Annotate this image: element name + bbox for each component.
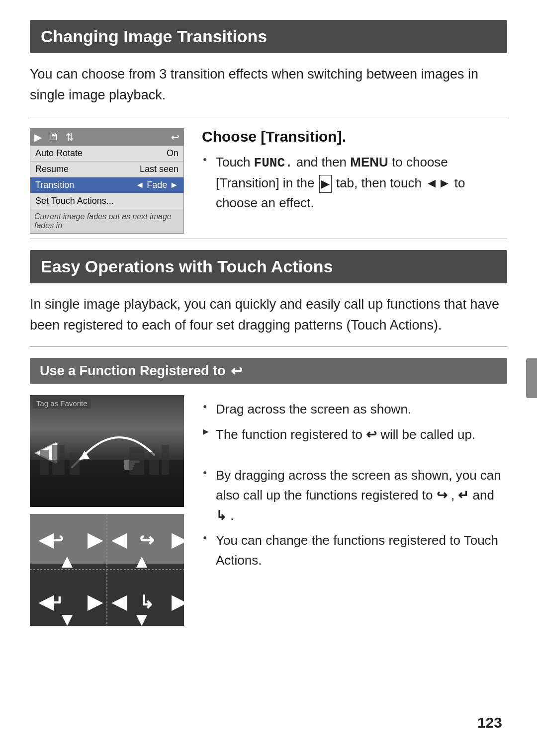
svg-text:◀: ◀ xyxy=(111,591,127,612)
section2-header: Easy Operations with Touch Actions xyxy=(30,250,507,283)
autorotate-value: On xyxy=(167,148,179,159)
svg-text:◀: ◀ xyxy=(38,591,54,612)
touch-bullet4-text: You can change the functions registered … xyxy=(216,533,498,568)
touch-bullet1-text: Drag across the screen as shown. xyxy=(216,402,411,417)
touch-right: Drag across the screen as shown. The fun… xyxy=(202,395,507,626)
tab-print-icon: 🖹 xyxy=(49,131,59,143)
forward-arrow-char: ↪ xyxy=(437,488,448,503)
func-name: FUNC. xyxy=(254,156,293,170)
svg-text:▶: ▶ xyxy=(88,591,103,612)
svg-text:▶: ▶ xyxy=(88,529,103,550)
autorotate-label: Auto Rotate xyxy=(35,148,83,159)
touchactions-label: Set Touch Actions... xyxy=(35,196,114,206)
transition-value: ◄ Fade ► xyxy=(135,180,179,190)
touch-images: Tag as Favorite ◀ ▶ ☛ ◀ xyxy=(30,395,184,626)
touch-bullets: Drag across the screen as shown. The fun… xyxy=(202,399,507,444)
svg-rect-7 xyxy=(70,452,80,475)
cam-menu-footer: Current image fades out as next image fa… xyxy=(30,209,183,233)
svg-rect-10 xyxy=(162,445,169,475)
section1-intro: You can choose from 3 transition effects… xyxy=(30,64,507,106)
back-icon: ↩ xyxy=(171,131,179,143)
svg-text:▶: ▶ xyxy=(172,529,184,550)
cam-menu-row-autorotate: Auto Rotate On xyxy=(30,146,183,162)
svg-text:◀: ◀ xyxy=(38,529,54,550)
touch-gestures-svg: ↩ ◀ ▶ ↪ ◀ ▶ ▲ ▲ ↵ ◀ ▶ ↳ xyxy=(30,514,184,626)
touch-bullet2-text: The function registered to ↩ will be cal… xyxy=(216,427,475,442)
divider2 xyxy=(30,239,507,239)
play-tab-icon: ▶ xyxy=(319,175,332,193)
return-arrow-symbol: ↩ xyxy=(231,363,242,379)
use-function-subheader: Use a Function Registered to ↩ xyxy=(30,358,507,384)
cam-menu-topbar: ▶ 🖹 ⇅ ↩ xyxy=(30,129,183,146)
svg-rect-5 xyxy=(40,450,49,475)
choose-transition-title: Choose [Transition]. xyxy=(202,128,507,145)
resume-label: Resume xyxy=(35,164,69,174)
svg-rect-9 xyxy=(149,452,159,475)
transition-label: Transition xyxy=(35,180,74,190)
lr-arrows: ◄► xyxy=(425,175,450,190)
resume-value: Last seen xyxy=(140,164,179,174)
tab-play-icon: ▶ xyxy=(34,131,42,143)
use-function-label: Use a Function Registered to xyxy=(40,363,226,379)
tab-sort-icon: ⇅ xyxy=(66,131,74,143)
touch-bullet1: Drag across the screen as shown. xyxy=(202,399,507,419)
menu-name: MENU xyxy=(350,155,388,169)
svg-text:▶: ▶ xyxy=(172,591,184,612)
cam-menu-row-resume: Resume Last seen xyxy=(30,162,183,177)
transition-section: ▶ 🖹 ⇅ ↩ Auto Rotate On Resume Last seen … xyxy=(30,128,507,234)
touch-image-top: Tag as Favorite ◀ ▶ ☛ ◀ xyxy=(30,395,184,507)
down-right-arrow-char: ↳ xyxy=(216,508,227,523)
svg-rect-8 xyxy=(129,447,144,475)
bullet1-text: Touch FUNC. and then MENU to choose [Tra… xyxy=(216,155,465,211)
touch-bullet3-text: By dragging across the screen as shown, … xyxy=(216,468,501,523)
cam-menu-row-touchactions: Set Touch Actions... xyxy=(30,193,183,209)
svg-text:↪: ↪ xyxy=(139,530,154,550)
svg-text:▼: ▼ xyxy=(58,609,77,626)
page-number: 123 xyxy=(477,714,502,731)
easy-section: Easy Operations with Touch Actions In si… xyxy=(30,250,507,626)
return-arrow-char: ↩ xyxy=(366,427,377,442)
transition-bullet1: Touch FUNC. and then MENU to choose [Tra… xyxy=(202,152,507,213)
section1-title: Changing Image Transitions xyxy=(41,27,267,46)
section2-intro: In single image playback, you can quickl… xyxy=(30,294,507,336)
svg-text:▼: ▼ xyxy=(132,609,151,626)
touch-bullet2: The function registered to ↩ will be cal… xyxy=(202,424,507,444)
transition-right: Choose [Transition]. Touch FUNC. and the… xyxy=(202,128,507,234)
section1-header: Changing Image Transitions xyxy=(30,20,507,53)
divider3 xyxy=(30,346,507,347)
down-arrow-char: ↵ xyxy=(458,488,469,503)
right-tab xyxy=(526,358,537,398)
touch-bullet3: By dragging across the screen as shown, … xyxy=(202,465,507,525)
svg-text:◀: ◀ xyxy=(111,529,127,550)
cam-menu-row-transition: Transition ◄ Fade ► xyxy=(30,177,183,193)
touch-section: Tag as Favorite ◀ ▶ ☛ ◀ xyxy=(30,395,507,626)
svg-text:▲: ▲ xyxy=(132,551,151,572)
touch-bullets2: By dragging across the screen as shown, … xyxy=(202,465,507,570)
divider1 xyxy=(30,117,507,117)
transition-bullets: Touch FUNC. and then MENU to choose [Tra… xyxy=(202,152,507,213)
svg-text:▲: ▲ xyxy=(58,551,77,572)
cam-menu: ▶ 🖹 ⇅ ↩ Auto Rotate On Resume Last seen … xyxy=(30,128,184,234)
drag-path-svg: ☛ ◀ xyxy=(30,395,184,507)
touch-image-bottom: ↩ ◀ ▶ ↪ ◀ ▶ ▲ ▲ ↵ ◀ ▶ ↳ xyxy=(30,514,184,626)
section2-title: Easy Operations with Touch Actions xyxy=(41,257,333,276)
touch-bullet4: You can change the functions registered … xyxy=(202,530,507,571)
svg-rect-6 xyxy=(52,445,65,475)
cam-menu-screenshot: ▶ 🖹 ⇅ ↩ Auto Rotate On Resume Last seen … xyxy=(30,128,184,234)
